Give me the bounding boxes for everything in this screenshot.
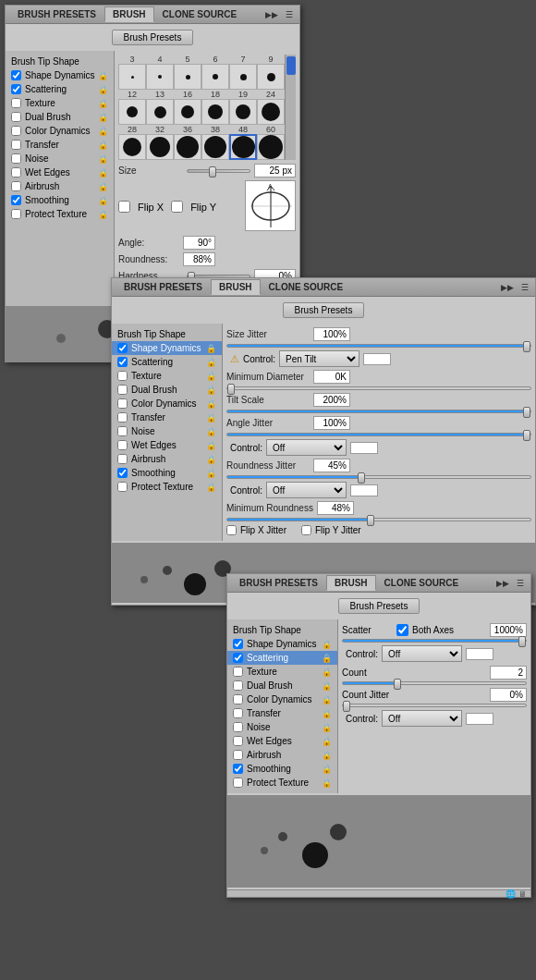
brush-presets-button-1[interactable]: Brush Presets bbox=[112, 30, 194, 45]
protect-texture-checkbox-2[interactable] bbox=[117, 482, 128, 492]
scatter-control-select[interactable]: Off Fade Pen Pressure bbox=[382, 645, 462, 662]
panel3-menu-icon[interactable]: ☰ bbox=[514, 578, 527, 589]
sidebar-noise-1[interactable]: Noise 🔒 bbox=[6, 152, 114, 165]
min-diameter-slider[interactable] bbox=[226, 386, 531, 390]
brush-presets-button-2[interactable]: Brush Presets bbox=[283, 302, 365, 318]
sidebar-noise-3[interactable]: Noise 🔒 bbox=[227, 720, 337, 734]
brush-tip-13[interactable] bbox=[146, 99, 174, 125]
brush-tip-7[interactable] bbox=[229, 64, 257, 90]
sidebar-wet-edges-3[interactable]: Wet Edges 🔒 bbox=[227, 734, 337, 748]
brush-tip-32[interactable] bbox=[146, 134, 174, 160]
sidebar-wet-edges-1[interactable]: Wet Edges 🔒 bbox=[6, 165, 114, 179]
scatter-slider[interactable] bbox=[342, 639, 527, 643]
angle-jitter-control-select[interactable]: Off Fade Pen Pressure Pen Tilt bbox=[266, 439, 347, 456]
sidebar-color-dynamics-1[interactable]: Color Dynamics 🔒 bbox=[6, 124, 114, 138]
tilt-scale-value[interactable]: 200% bbox=[313, 393, 350, 407]
size-jitter-control-select[interactable]: Pen Tilt Off Fade Pen Pressure bbox=[279, 350, 359, 367]
brush-tip-38[interactable] bbox=[201, 134, 229, 160]
count-jitter-control-input[interactable] bbox=[466, 713, 493, 725]
roundness-value[interactable]: 88% bbox=[183, 252, 215, 266]
tab-brush-2[interactable]: BRUSH bbox=[211, 279, 261, 295]
color-dynamics-checkbox-2[interactable] bbox=[117, 398, 128, 409]
brush-tip-16[interactable] bbox=[174, 99, 201, 125]
transfer-checkbox-3[interactable] bbox=[233, 708, 243, 718]
sidebar-protect-texture-3[interactable]: Protect Texture 🔒 bbox=[227, 776, 337, 790]
brush-tip-18[interactable] bbox=[201, 99, 229, 125]
angle-value[interactable]: 90° bbox=[183, 236, 215, 250]
protect-texture-checkbox-1[interactable] bbox=[11, 209, 21, 219]
dual-brush-checkbox-1[interactable] bbox=[11, 112, 21, 122]
noise-checkbox-1[interactable] bbox=[11, 153, 21, 164]
brush-grid-scrollbar[interactable] bbox=[285, 55, 296, 160]
brush-tip-36[interactable] bbox=[174, 134, 201, 160]
transfer-checkbox-1[interactable] bbox=[11, 140, 21, 150]
panel1-expand-icon[interactable]: ▶▶ bbox=[262, 9, 281, 20]
roundness-jitter-control-input[interactable] bbox=[350, 484, 378, 496]
sidebar-airbrush-2[interactable]: Airbrush 🔒 bbox=[112, 452, 222, 466]
sidebar-brush-tip-shape-1[interactable]: Brush Tip Shape bbox=[6, 55, 114, 68]
wet-edges-checkbox-3[interactable] bbox=[233, 736, 243, 746]
tab-clone-source-2[interactable]: CLONE SOURCE bbox=[261, 279, 352, 295]
flip-y-checkbox[interactable] bbox=[171, 201, 183, 213]
transfer-checkbox-2[interactable] bbox=[117, 412, 128, 423]
brush-tip-19[interactable] bbox=[229, 99, 257, 125]
color-dynamics-checkbox-1[interactable] bbox=[11, 126, 21, 136]
protect-texture-checkbox-3[interactable] bbox=[233, 778, 243, 788]
tab-brush-presets-1[interactable]: BRUSH PRESETS bbox=[9, 6, 104, 22]
sidebar-color-dynamics-3[interactable]: Color Dynamics 🔒 bbox=[227, 692, 337, 706]
shape-dynamics-checkbox-2[interactable] bbox=[117, 343, 128, 353]
sidebar-brush-tip-shape-3[interactable]: Brush Tip Shape bbox=[227, 623, 337, 637]
roundness-jitter-control-select[interactable]: Off Fade Pen Pressure bbox=[266, 482, 347, 498]
brush-tip-6[interactable] bbox=[201, 64, 229, 90]
brush-presets-button-3[interactable]: Brush Presets bbox=[338, 598, 420, 614]
size-jitter-control-input[interactable] bbox=[363, 353, 391, 365]
angle-jitter-slider[interactable] bbox=[226, 433, 531, 436]
tab-clone-source-3[interactable]: CLONE SOURCE bbox=[376, 575, 468, 591]
sidebar-texture-2[interactable]: Texture 🔒 bbox=[112, 369, 222, 383]
count-slider[interactable] bbox=[342, 681, 527, 685]
brush-tip-9[interactable] bbox=[257, 64, 285, 90]
size-jitter-value[interactable]: 100% bbox=[313, 327, 350, 341]
sidebar-dual-brush-3[interactable]: Dual Brush 🔒 bbox=[227, 679, 337, 692]
size-value[interactable]: 25 px bbox=[254, 164, 296, 178]
sidebar-smoothing-3[interactable]: Smoothing 🔒 bbox=[227, 762, 337, 776]
sidebar-airbrush-3[interactable]: Airbrush 🔒 bbox=[227, 748, 337, 762]
panel1-menu-icon[interactable]: ☰ bbox=[283, 9, 296, 20]
tab-brush-1[interactable]: BRUSH bbox=[104, 6, 154, 22]
min-diameter-value[interactable]: 0K bbox=[313, 370, 350, 384]
panel2-expand-icon[interactable]: ▶▶ bbox=[498, 282, 517, 293]
panel3-expand-icon[interactable]: ▶▶ bbox=[493, 578, 512, 589]
scattering-checkbox-1[interactable] bbox=[11, 84, 21, 94]
sidebar-transfer-2[interactable]: Transfer 🔒 bbox=[112, 410, 222, 424]
sidebar-transfer-3[interactable]: Transfer 🔒 bbox=[227, 706, 337, 720]
brush-tip-28[interactable] bbox=[118, 134, 146, 160]
sidebar-shape-dynamics-2[interactable]: Shape Dynamics 🔒 bbox=[112, 341, 222, 355]
roundness-jitter-value[interactable]: 45% bbox=[313, 459, 350, 472]
sidebar-airbrush-1[interactable]: Airbrush 🔒 bbox=[6, 179, 114, 193]
scattering-checkbox-2[interactable] bbox=[117, 357, 128, 367]
noise-checkbox-3[interactable] bbox=[233, 722, 243, 732]
brush-tip-5[interactable] bbox=[174, 64, 201, 90]
min-roundness-slider[interactable] bbox=[226, 518, 531, 521]
count-jitter-slider[interactable] bbox=[342, 704, 527, 707]
flip-x-checkbox[interactable] bbox=[118, 201, 130, 213]
sidebar-texture-3[interactable]: Texture 🔒 bbox=[227, 665, 337, 679]
shape-dynamics-checkbox-3[interactable] bbox=[233, 639, 243, 649]
sidebar-shape-dynamics-1[interactable]: Shape Dynamics 🔒 bbox=[6, 68, 114, 82]
brush-tip-24[interactable] bbox=[257, 99, 285, 125]
shape-dynamics-checkbox-1[interactable] bbox=[11, 70, 21, 80]
sidebar-dual-brush-1[interactable]: Dual Brush 🔒 bbox=[6, 110, 114, 124]
dual-brush-checkbox-3[interactable] bbox=[233, 680, 243, 691]
texture-checkbox-1[interactable] bbox=[11, 98, 21, 108]
wet-edges-checkbox-2[interactable] bbox=[117, 440, 128, 450]
sidebar-brush-tip-shape-2[interactable]: Brush Tip Shape bbox=[112, 327, 222, 341]
brush-tip-60[interactable] bbox=[257, 134, 285, 160]
airbrush-checkbox-1[interactable] bbox=[11, 181, 21, 191]
flip-y-jitter-checkbox[interactable] bbox=[301, 525, 311, 535]
smoothing-checkbox-1[interactable] bbox=[11, 195, 21, 205]
tab-brush-presets-2[interactable]: BRUSH PRESETS bbox=[116, 279, 211, 295]
texture-checkbox-3[interactable] bbox=[233, 667, 243, 677]
brush-tip-48[interactable] bbox=[229, 134, 257, 160]
brush-tip-4[interactable] bbox=[146, 64, 174, 90]
sidebar-smoothing-1[interactable]: Smoothing 🔒 bbox=[6, 193, 114, 207]
